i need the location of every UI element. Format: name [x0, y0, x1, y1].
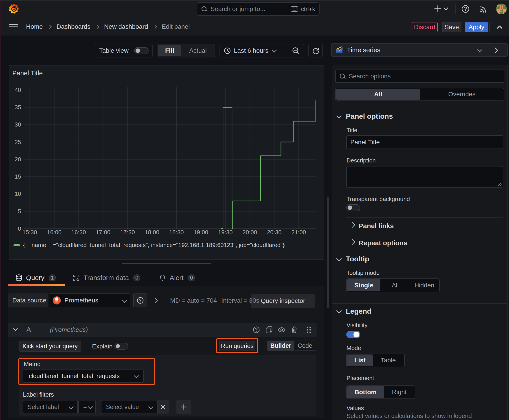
- svg-text:19:30: 19:30: [218, 229, 233, 236]
- svg-text:30: 30: [15, 121, 21, 128]
- svg-text:20:30: 20:30: [267, 229, 281, 236]
- svg-text:18:30: 18:30: [169, 229, 184, 236]
- svg-text:40: 40: [15, 87, 21, 93]
- svg-text:16:00: 16:00: [47, 229, 61, 236]
- svg-text:20: 20: [15, 156, 21, 163]
- svg-text:16:30: 16:30: [71, 229, 86, 236]
- svg-text:18:00: 18:00: [145, 229, 159, 236]
- svg-text:35: 35: [15, 104, 21, 111]
- svg-text:25: 25: [15, 139, 21, 145]
- svg-text:10: 10: [15, 190, 21, 197]
- svg-text:17:30: 17:30: [120, 229, 135, 236]
- svg-text:?: ?: [139, 298, 141, 303]
- svg-text:17:00: 17:00: [96, 229, 110, 236]
- svg-text:19:00: 19:00: [194, 229, 208, 236]
- svg-text:0: 0: [18, 225, 21, 232]
- svg-text:5: 5: [18, 208, 21, 215]
- svg-text:15:30: 15:30: [23, 229, 37, 236]
- svg-text:15: 15: [15, 173, 21, 180]
- svg-text:21:00: 21:00: [291, 229, 306, 236]
- svg-text:20:00: 20:00: [242, 229, 257, 236]
